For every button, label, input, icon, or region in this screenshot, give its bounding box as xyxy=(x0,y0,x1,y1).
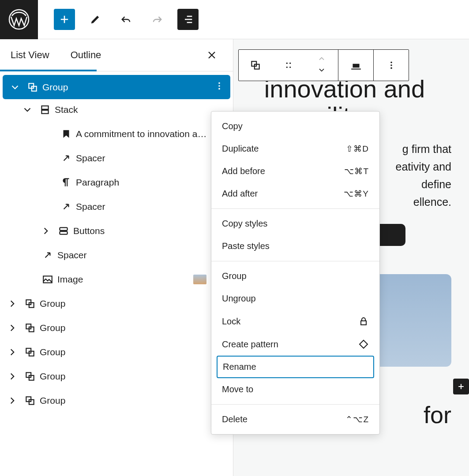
group-icon xyxy=(20,395,40,406)
menu-delete[interactable]: Delete⌃⌥Z xyxy=(211,408,379,431)
tree-item-label: Spacer xyxy=(76,201,233,212)
heading-icon xyxy=(56,128,76,140)
active-tab-indicator xyxy=(0,70,97,71)
menu-add-after[interactable]: Add after⌥⌘Y xyxy=(211,182,379,205)
svg-rect-6 xyxy=(41,106,48,109)
group-icon xyxy=(20,346,40,358)
tree-item-group[interactable]: Group xyxy=(0,340,233,364)
tree-item-paragraph[interactable]: Paragraph xyxy=(0,170,233,194)
tree-item-label: Spacer xyxy=(57,250,233,260)
svg-point-26 xyxy=(289,67,291,68)
undo-button[interactable] xyxy=(116,9,137,30)
tree-item-label: Group xyxy=(40,323,233,333)
pattern-icon xyxy=(358,339,369,350)
tree-item-label: Group xyxy=(40,395,233,406)
close-panel-button[interactable] xyxy=(201,45,222,66)
svg-point-23 xyxy=(286,63,287,64)
tree-item-group-selected[interactable]: Group xyxy=(3,75,230,99)
chevron-right-icon[interactable] xyxy=(38,225,54,237)
chevron-right-icon[interactable] xyxy=(4,346,20,358)
stack-icon xyxy=(35,104,55,115)
buttons-icon xyxy=(54,225,73,237)
tree-item-label: Group xyxy=(42,82,214,93)
shortcut-label: ⌃⌥Z xyxy=(345,414,369,424)
chevron-down-icon[interactable] xyxy=(19,104,35,115)
block-type-button[interactable] xyxy=(239,50,272,81)
tree-item-label: Image xyxy=(57,274,193,285)
menu-duplicate[interactable]: Duplicate⇧⌘D xyxy=(211,138,379,160)
block-context-menu: Copy Duplicate⇧⌘D Add before⌥⌘T Add afte… xyxy=(211,111,380,435)
tree-item-buttons[interactable]: Buttons xyxy=(0,219,233,243)
menu-move-to[interactable]: Move to xyxy=(211,378,379,401)
menu-copy-styles[interactable]: Copy styles xyxy=(211,212,379,235)
tree-item-stack[interactable]: Stack xyxy=(0,97,233,122)
image-icon xyxy=(38,274,57,285)
tree-item-spacer[interactable]: Spacer xyxy=(0,194,233,219)
svg-point-29 xyxy=(390,64,392,66)
svg-rect-9 xyxy=(60,231,67,234)
block-tree: Group Stack A commitment to innovation a… xyxy=(0,71,233,413)
shortcut-label: ⌥⌘T xyxy=(344,166,369,176)
menu-rename[interactable]: Rename xyxy=(217,356,374,378)
redo-button[interactable] xyxy=(146,9,168,30)
svg-point-5 xyxy=(218,88,220,90)
tree-item-label: Buttons xyxy=(73,226,233,236)
tree-item-heading[interactable]: A commitment to innovation a… xyxy=(0,122,233,146)
group-icon xyxy=(23,82,42,93)
svg-point-4 xyxy=(218,85,220,87)
tree-item-image[interactable]: Image xyxy=(0,267,233,291)
tree-item-spacer[interactable]: Spacer xyxy=(0,146,233,170)
tree-item-group[interactable]: Group xyxy=(0,388,233,413)
more-options-icon[interactable] xyxy=(214,81,224,93)
group-icon xyxy=(20,298,40,309)
move-up-button[interactable] xyxy=(317,55,326,65)
tree-item-group[interactable]: Group xyxy=(0,291,233,316)
svg-rect-31 xyxy=(361,321,366,325)
spacer-icon xyxy=(56,201,76,212)
add-block-button[interactable] xyxy=(54,9,75,30)
lock-icon xyxy=(358,316,369,327)
move-buttons xyxy=(305,50,338,81)
image-thumbnail xyxy=(193,275,206,284)
list-view-toggle-button[interactable] xyxy=(177,9,199,30)
add-block-fab[interactable] xyxy=(453,379,469,394)
chevron-right-icon[interactable] xyxy=(4,395,20,406)
paragraph-icon xyxy=(56,177,76,188)
svg-rect-8 xyxy=(60,227,67,231)
wordpress-logo[interactable] xyxy=(0,0,38,39)
tree-item-group[interactable]: Group xyxy=(0,316,233,340)
tree-item-group[interactable]: Group xyxy=(0,364,233,388)
group-icon xyxy=(20,371,40,382)
drag-handle[interactable] xyxy=(272,50,305,81)
menu-create-pattern[interactable]: Create pattern xyxy=(211,333,379,356)
chevron-down-icon[interactable] xyxy=(7,82,23,93)
block-more-options[interactable] xyxy=(373,50,409,81)
svg-point-25 xyxy=(286,67,287,68)
tab-list-view[interactable]: List View xyxy=(0,39,60,71)
edit-tool-button[interactable] xyxy=(85,9,106,30)
tree-item-spacer[interactable]: Spacer xyxy=(0,243,233,267)
menu-group[interactable]: Group xyxy=(211,265,379,287)
menu-lock[interactable]: Lock xyxy=(211,310,379,333)
svg-point-28 xyxy=(390,62,392,63)
tree-item-label: Paragraph xyxy=(76,177,233,188)
menu-add-before[interactable]: Add before⌥⌘T xyxy=(211,160,379,182)
align-button[interactable] xyxy=(338,50,373,81)
svg-point-30 xyxy=(390,67,392,69)
menu-copy[interactable]: Copy xyxy=(211,115,379,138)
svg-point-24 xyxy=(289,63,291,64)
tree-item-label: Stack xyxy=(55,104,233,115)
spacer-icon xyxy=(56,152,76,164)
chevron-right-icon[interactable] xyxy=(4,298,20,309)
menu-paste-styles[interactable]: Paste styles xyxy=(211,235,379,257)
move-down-button[interactable] xyxy=(317,65,326,76)
chevron-right-icon[interactable] xyxy=(4,322,20,334)
tab-outline[interactable]: Outline xyxy=(60,39,112,71)
chevron-right-icon[interactable] xyxy=(4,371,20,382)
svg-rect-7 xyxy=(41,110,48,114)
tree-item-label: Group xyxy=(40,347,233,357)
svg-point-3 xyxy=(218,82,220,84)
menu-ungroup[interactable]: Ungroup xyxy=(211,287,379,310)
group-icon xyxy=(20,322,40,334)
block-toolbar xyxy=(238,49,409,81)
